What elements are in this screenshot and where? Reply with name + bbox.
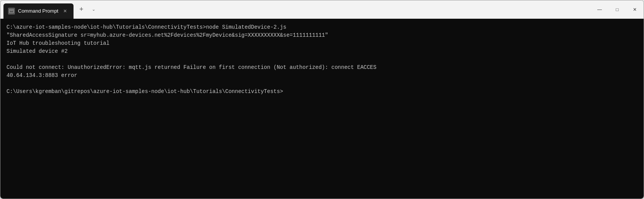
blank-line bbox=[7, 55, 637, 64]
tabs-dropdown-button[interactable]: ⌄ bbox=[87, 3, 100, 16]
tab-close-button[interactable]: ✕ bbox=[61, 7, 69, 15]
window-controls: — □ ✕ bbox=[591, 0, 644, 18]
terminal-window: Command Prompt ✕ + ⌄ — □ ✕ C:\azure-iot-… bbox=[0, 0, 644, 199]
tab-label: Command Prompt bbox=[18, 8, 58, 14]
terminal-body[interactable]: C:\azure-iot-samples-node\iot-hub\Tutori… bbox=[0, 19, 644, 199]
active-tab[interactable]: Command Prompt ✕ bbox=[3, 3, 74, 19]
maximize-button[interactable]: □ bbox=[608, 0, 626, 18]
terminal-line: IoT Hub troubleshooting tutorial bbox=[7, 39, 637, 47]
close-button[interactable]: ✕ bbox=[626, 0, 644, 18]
tab-area: Command Prompt ✕ + ⌄ bbox=[3, 0, 297, 18]
terminal-line: "SharedAccessSignature sr=myhub.azure-de… bbox=[7, 31, 637, 39]
terminal-prompt: C:\Users\kgremban\gitrepos\azure-iot-sam… bbox=[7, 88, 637, 96]
terminal-line: 40.64.134.3:8883 error bbox=[7, 72, 637, 80]
tab-icon bbox=[8, 8, 15, 15]
new-tab-button[interactable]: + bbox=[75, 3, 87, 16]
title-bar: Command Prompt ✕ + ⌄ — □ ✕ bbox=[0, 0, 644, 19]
terminal-line: Simulated device #2 bbox=[7, 47, 637, 55]
terminal-line: Could not connect: UnauthorizedError: mq… bbox=[7, 64, 637, 72]
terminal-line: C:\azure-iot-samples-node\iot-hub\Tutori… bbox=[7, 23, 637, 31]
blank-line bbox=[7, 80, 637, 88]
cmd-icon bbox=[9, 9, 14, 13]
minimize-button[interactable]: — bbox=[591, 0, 608, 18]
